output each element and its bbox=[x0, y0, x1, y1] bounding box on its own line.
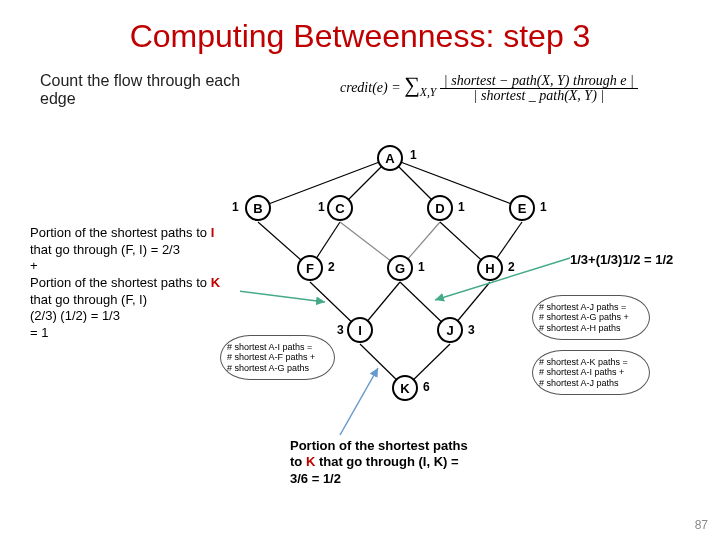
weight-f: 2 bbox=[328, 260, 335, 274]
weight-e: 1 bbox=[540, 200, 547, 214]
note-left-result: = 1 bbox=[30, 325, 48, 340]
note-bottom-hl-k: K bbox=[306, 454, 315, 469]
sigma-icon: ∑ bbox=[404, 72, 420, 97]
note-left-text: Portion of the shortest paths to bbox=[30, 225, 211, 240]
node-c: C bbox=[327, 195, 353, 221]
node-b: B bbox=[245, 195, 271, 221]
node-j: J bbox=[437, 317, 463, 343]
note-left-text3: Portion of the shortest paths to bbox=[30, 275, 211, 290]
note-left-calc: (2/3) (1/2) = 1/3 bbox=[30, 308, 120, 323]
note-bottom-text2: that go through (I, K) = 3/6 = 1/2 bbox=[290, 454, 459, 485]
graph-diagram: A B C D E F G H I J K 1 1 1 1 1 2 1 2 3 … bbox=[240, 140, 680, 440]
credit-formula: credit(e) = ∑X,Y | shortest − path(X, Y)… bbox=[340, 72, 638, 104]
weight-g: 1 bbox=[418, 260, 425, 274]
note-left-text2: that go through (F, I) = 2/3 bbox=[30, 242, 180, 257]
node-d: D bbox=[427, 195, 453, 221]
node-a: A bbox=[377, 145, 403, 171]
weight-h: 2 bbox=[508, 260, 515, 274]
note-left: Portion of the shortest paths to I that … bbox=[30, 225, 230, 341]
cloud-left: # shortest A-I paths =# shortest A-F pat… bbox=[220, 335, 335, 380]
note-left-hl-k: K bbox=[211, 275, 220, 290]
slide-number: 87 bbox=[695, 518, 708, 532]
node-i: I bbox=[347, 317, 373, 343]
subtitle: Count the flow through each edge bbox=[40, 72, 250, 108]
svg-line-16 bbox=[240, 290, 325, 302]
weight-c: 1 bbox=[318, 200, 325, 214]
formula-denominator: | shortest _ path(X, Y) | bbox=[440, 89, 638, 104]
weight-a: 1 bbox=[410, 148, 417, 162]
weight-d: 1 bbox=[458, 200, 465, 214]
note-left-text4: that go through (F, I) bbox=[30, 292, 147, 307]
weight-k: 6 bbox=[423, 380, 430, 394]
note-left-hl-i: I bbox=[211, 225, 215, 240]
note-left-plus: + bbox=[30, 258, 38, 273]
node-g: G bbox=[387, 255, 413, 281]
svg-line-18 bbox=[340, 368, 378, 435]
weight-j: 3 bbox=[468, 323, 475, 337]
weight-b: 1 bbox=[232, 200, 239, 214]
page-title: Computing Betweenness: step 3 bbox=[0, 0, 720, 55]
node-e: E bbox=[509, 195, 535, 221]
cloud-right-bot: # shortest A-K paths =# shortest A-I pat… bbox=[532, 350, 650, 395]
node-h: H bbox=[477, 255, 503, 281]
sum-subscript: X,Y bbox=[420, 86, 437, 99]
note-bottom: Portion of the shortest paths to K that … bbox=[290, 438, 470, 487]
svg-line-3 bbox=[390, 158, 522, 208]
formula-lhs: credit(e) = bbox=[340, 80, 404, 95]
cloud-right-top: # shortest A-J paths =# shortest A-G pat… bbox=[532, 295, 650, 340]
formula-numerator: | shortest − path(X, Y) through e | bbox=[440, 74, 638, 90]
node-f: F bbox=[297, 255, 323, 281]
node-k: K bbox=[392, 375, 418, 401]
weight-i: 3 bbox=[337, 323, 344, 337]
